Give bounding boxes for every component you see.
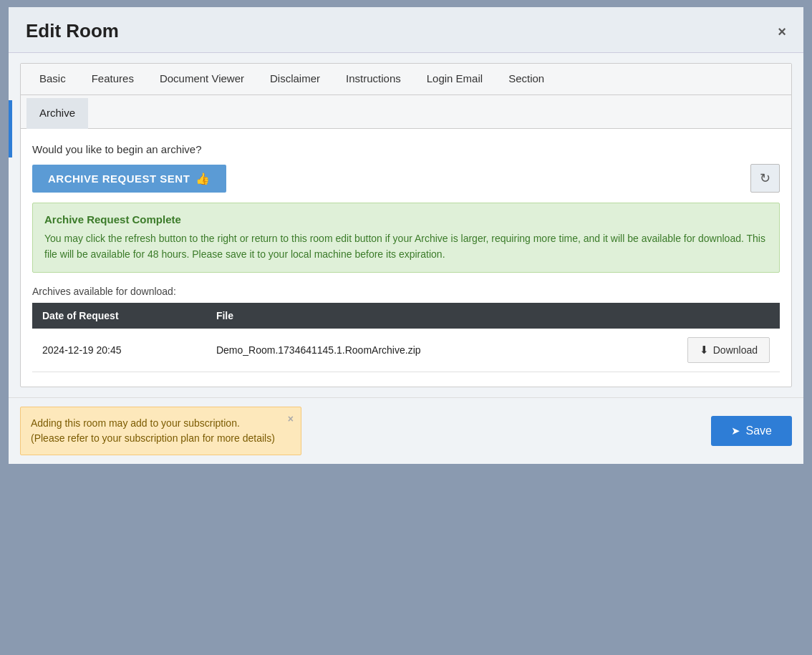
tab-basic[interactable]: Basic xyxy=(26,64,79,94)
modal-header: Edit Room × xyxy=(9,7,803,53)
modal-footer: Adding this room may add to your subscri… xyxy=(9,397,803,464)
tab-disclaimer[interactable]: Disclaimer xyxy=(257,64,333,94)
tab-archive[interactable]: Archive xyxy=(26,98,88,129)
close-notice-button[interactable]: × xyxy=(288,413,294,424)
save-label: Save xyxy=(746,424,772,437)
archive-success-title: Archive Request Complete xyxy=(44,213,768,225)
tabs-row: Basic Features Document Viewer Disclaime… xyxy=(21,64,791,95)
close-button[interactable]: × xyxy=(778,24,786,39)
modal-title: Edit Room xyxy=(26,20,119,42)
thumbs-up-icon: 👍 xyxy=(195,172,211,185)
modal-overlay: Edit Room × Basic Features Document View… xyxy=(0,0,812,655)
save-button[interactable]: ➤ Save xyxy=(711,416,792,446)
table-row: 2024-12-19 20:45 Demo_Room.1734641145.1.… xyxy=(32,329,780,372)
edit-room-modal: Edit Room × Basic Features Document View… xyxy=(9,7,803,464)
col-header-action xyxy=(600,303,780,329)
save-icon: ➤ xyxy=(731,424,740,437)
archive-download-cell: ⬇ Download xyxy=(600,329,780,372)
col-header-date: Date of Request xyxy=(32,303,206,329)
subscription-notice: Adding this room may add to your subscri… xyxy=(20,407,301,455)
archive-table-header-row: Date of Request File xyxy=(32,303,780,329)
archive-date: 2024-12-19 20:45 xyxy=(32,329,206,372)
tab-section[interactable]: Section xyxy=(496,64,557,94)
archive-table: Date of Request File 2024-12-19 20:45 De… xyxy=(32,303,780,372)
archive-action-row: ARCHIVE REQUEST SENT 👍 ↻ xyxy=(32,164,780,193)
archive-success-box: Archive Request Complete You may click t… xyxy=(32,203,780,273)
archive-question: Would you like to begin an archive? xyxy=(32,143,780,155)
tab-features[interactable]: Features xyxy=(79,64,147,94)
tab-document-viewer[interactable]: Document Viewer xyxy=(147,64,257,94)
tab-login-email[interactable]: Login Email xyxy=(414,64,496,94)
col-header-file: File xyxy=(206,303,600,329)
refresh-icon: ↻ xyxy=(760,170,770,186)
accent-bar xyxy=(9,100,12,157)
archive-tab-content: Would you like to begin an archive? ARCH… xyxy=(21,129,791,387)
tab-instructions[interactable]: Instructions xyxy=(333,64,414,94)
download-button[interactable]: ⬇ Download xyxy=(687,337,770,363)
archive-filename: Demo_Room.1734641145.1.RoomArchive.zip xyxy=(206,329,600,372)
download-cloud-icon: ⬇ xyxy=(700,344,709,356)
refresh-button[interactable]: ↻ xyxy=(750,164,780,193)
archive-sent-button[interactable]: ARCHIVE REQUEST SENT 👍 xyxy=(32,165,226,193)
archives-available-label: Archives available for download: xyxy=(32,286,780,297)
subscription-notice-text: Adding this room may add to your subscri… xyxy=(31,417,275,444)
download-label: Download xyxy=(713,344,758,356)
tabs-container: Basic Features Document Viewer Disclaime… xyxy=(20,63,792,387)
modal-body: Basic Features Document Viewer Disclaime… xyxy=(9,53,803,397)
archive-success-message: You may click the refresh button to the … xyxy=(44,231,768,262)
archive-sent-label: ARCHIVE REQUEST SENT xyxy=(48,173,190,185)
